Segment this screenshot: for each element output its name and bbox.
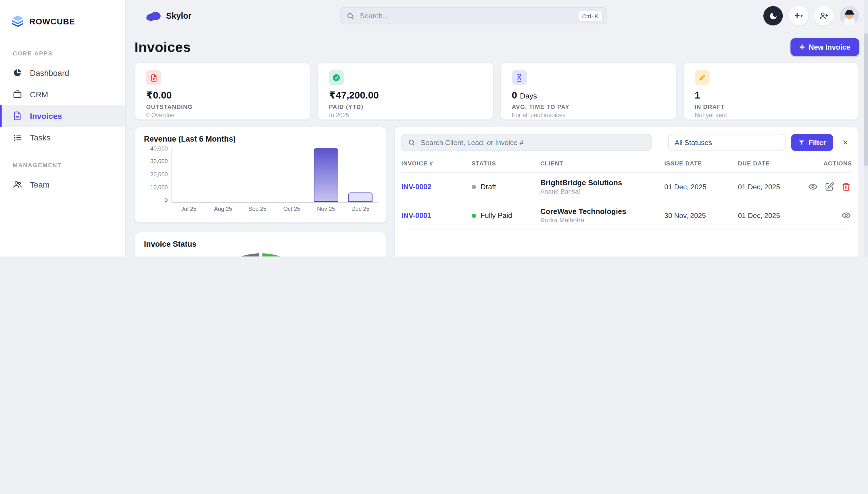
status-filter-select[interactable]: All Statuses	[668, 134, 785, 151]
revenue-chart-card: Revenue (Last 6 Months) 40,000 30,000 20…	[134, 127, 387, 223]
y-axis-labels: 40,000 30,000 20,000 10,000 0	[144, 146, 171, 203]
search-shortcut-badge: Ctrl+K	[578, 10, 603, 21]
dashboard-grid: Revenue (Last 6 Months) 40,000 30,000 20…	[134, 127, 859, 256]
global-search-input[interactable]	[359, 11, 573, 21]
chevron-down-icon: ▾	[800, 13, 803, 18]
vertical-scrollbar-track[interactable]	[864, 0, 868, 256]
invoice-list-panel: All Statuses Filter × INVOICE #	[394, 127, 859, 256]
eye-icon	[808, 182, 818, 192]
invoice-search-input[interactable]	[420, 138, 645, 147]
bar-nov	[314, 148, 338, 202]
theme-toggle-button[interactable]	[763, 6, 783, 25]
col-status: STATUS	[472, 160, 540, 167]
sidebar-item-crm[interactable]: CRM	[0, 83, 125, 105]
user-plus-icon	[819, 11, 829, 21]
col-due-date: DUE DATE	[738, 160, 808, 167]
sidebar: ROWCUBE CORE APPS Dashboard CRM Invoices	[0, 0, 126, 256]
product-brand[interactable]: Skylor	[145, 11, 192, 21]
invoice-link[interactable]: INV-0001	[401, 211, 472, 220]
stat-label: IN DRAFT	[695, 103, 848, 110]
view-invoice-button[interactable]	[808, 182, 818, 192]
new-invoice-label: New Invoice	[809, 43, 850, 51]
filter-button[interactable]: Filter	[791, 134, 833, 151]
stat-sub: In 2025	[329, 112, 482, 118]
due-date: 01 Dec, 2025	[738, 211, 808, 220]
stat-sub: Not yet sent	[695, 112, 848, 118]
x-axis-labels: Jul 25 Aug 25 Sep 25 Oct 25 Nov 25 Dec 2…	[171, 206, 377, 212]
invoice-status-donut: 2 Total	[197, 253, 325, 256]
search-icon	[408, 139, 415, 146]
funnel-icon	[798, 139, 805, 146]
table-row-inv-0002[interactable]: INV-0002 Draft BrightBridge Solutions An…	[401, 173, 852, 201]
briefcase-icon	[13, 90, 22, 99]
sidebar-item-invoices[interactable]: Invoices	[0, 105, 125, 127]
sidebar-item-label: Tasks	[30, 133, 50, 142]
table-header: INVOICE # STATUS CLIENT ISSUE DATE DUE D…	[401, 160, 852, 173]
donut-center: 2 Total	[197, 253, 325, 256]
workspace-logo[interactable]: ROWCUBE	[0, 0, 125, 45]
new-invoice-button[interactable]: + New Invoice	[790, 38, 859, 56]
team-people-icon	[13, 180, 22, 189]
stats-row: ₹0.00 OUTSTANDING 0 Overdue ₹47,200.00 P…	[134, 63, 859, 120]
sidebar-item-dashboard[interactable]: Dashboard	[0, 62, 125, 83]
rowcube-logo-icon	[11, 14, 24, 27]
status-dot	[472, 213, 476, 217]
paid-check-icon	[329, 70, 344, 85]
stat-value: 1	[695, 90, 700, 101]
app-window: ROWCUBE CORE APPS Dashboard CRM Invoices	[0, 0, 868, 256]
client-cell: CoreWave Technologies Rudra Malhotra	[540, 207, 664, 224]
stat-value: ₹47,200.00	[329, 90, 379, 101]
user-avatar[interactable]	[840, 6, 859, 25]
eye-icon	[842, 211, 851, 220]
status-cell: Fully Paid	[472, 211, 540, 220]
close-filter-button[interactable]: ×	[839, 136, 852, 149]
view-invoice-button[interactable]	[842, 211, 851, 220]
invoice-status-card: Invoice Status 2 Total Paid	[134, 232, 387, 256]
invoice-filter-bar: All Statuses Filter ×	[401, 134, 852, 151]
row-actions	[808, 211, 852, 220]
tasks-list-icon	[13, 133, 22, 142]
stat-card-in-draft: 1 IN DRAFT Not yet sent	[683, 63, 859, 120]
moon-icon	[769, 11, 777, 20]
sidebar-item-label: Dashboard	[30, 68, 69, 77]
invite-user-button[interactable]	[814, 6, 833, 25]
sidebar-item-label: Team	[30, 180, 50, 189]
col-actions: ACTIONS	[808, 160, 852, 167]
vertical-scrollbar-thumb[interactable]	[864, 33, 868, 166]
overdue-file-icon	[146, 70, 161, 85]
edit-invoice-button[interactable]	[825, 182, 834, 192]
sidebar-item-tasks[interactable]: Tasks	[0, 127, 125, 148]
trash-icon	[842, 182, 851, 192]
global-search[interactable]: Ctrl+K	[340, 7, 607, 24]
stat-sub: 0 Overdue	[146, 112, 299, 118]
search-icon	[347, 12, 354, 20]
status-text: Draft	[481, 183, 496, 191]
avatar-image	[840, 6, 859, 25]
col-client: CLIENT	[540, 160, 664, 167]
pencil-icon	[695, 70, 709, 85]
stat-label: OUTSTANDING	[146, 103, 299, 110]
quick-add-button[interactable]: + ▾	[789, 6, 808, 25]
stat-sub: For all paid invoices	[512, 112, 665, 118]
row-actions	[808, 182, 852, 192]
topbar-actions: + ▾	[763, 6, 859, 25]
issue-date: 30 Nov, 2025	[664, 211, 738, 220]
delete-invoice-button[interactable]	[842, 182, 851, 192]
page-header: Invoices + New Invoice	[134, 38, 859, 56]
invoice-link[interactable]: INV-0002	[401, 183, 472, 191]
table-row-inv-0001[interactable]: INV-0001 Fully Paid CoreWave Technologie…	[401, 201, 852, 230]
sidebar-section-core-apps: CORE APPS	[0, 45, 125, 62]
sidebar-item-label: Invoices	[30, 111, 62, 120]
filter-label: Filter	[809, 138, 826, 147]
revenue-chart-title: Revenue (Last 6 Months)	[144, 134, 378, 143]
invoice-search[interactable]	[401, 134, 651, 151]
status-dot	[472, 184, 476, 189]
stat-card-outstanding: ₹0.00 OUTSTANDING 0 Overdue	[134, 63, 311, 120]
status-filter-value: All Statuses	[675, 138, 712, 147]
invoice-status-title: Invoice Status	[144, 240, 378, 248]
stat-value: ₹0.00	[146, 90, 171, 101]
client-cell: BrightBridge Solutions Anand Bansal	[540, 179, 664, 195]
sidebar-item-team[interactable]: Team	[0, 174, 125, 195]
status-cell: Draft	[472, 183, 540, 191]
product-name: Skylor	[166, 11, 191, 21]
